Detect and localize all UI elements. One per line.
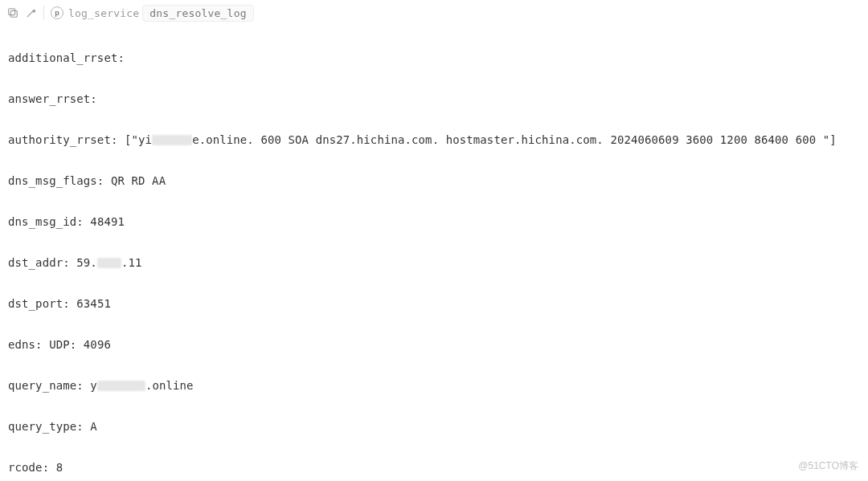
field-label: dst_addr: <box>8 256 70 269</box>
field-label: query_name: <box>8 379 84 392</box>
source-icon[interactable]: p <box>51 6 63 19</box>
log-body: additional_rrset: answer_rrset: authorit… <box>0 24 868 481</box>
field-value: 63451 <box>76 297 111 310</box>
svg-line-2 <box>27 10 33 17</box>
log-row: edns: UDP: 4096 <box>8 335 862 356</box>
field-label: answer_rrset: <box>8 92 97 105</box>
log-row: query_name: y.online <box>8 376 862 397</box>
log-row: dst_port: 63451 <box>8 294 862 315</box>
field-value: y.online <box>90 379 193 392</box>
field-label: dns_msg_flags: <box>8 174 104 187</box>
toolbar-divider <box>43 6 44 20</box>
log-row: authority_rrset: ["yie.online. 600 SOA d… <box>8 130 862 151</box>
field-value: 59..11 <box>76 256 141 269</box>
field-label: edns: <box>8 338 43 351</box>
redacted <box>97 381 145 391</box>
field-value: 8 <box>56 461 63 474</box>
field-value: 48491 <box>90 215 125 228</box>
field-label: query_type: <box>8 420 84 433</box>
log-row: additional_rrset: <box>8 48 862 69</box>
copy-icon[interactable] <box>6 6 19 19</box>
field-label: dst_port: <box>8 297 70 310</box>
redacted <box>97 258 121 268</box>
field-label: additional_rrset: <box>8 51 125 64</box>
breadcrumb-item[interactable]: log_service <box>68 7 139 19</box>
field-value: ["yie.online. 600 SOA dns27.hichina.com.… <box>125 133 837 146</box>
log-row: dns_msg_id: 48491 <box>8 212 862 233</box>
field-label: rcode: <box>8 461 49 474</box>
log-row: query_type: A <box>8 417 862 438</box>
watermark: @51CTO博客 <box>798 459 858 473</box>
svg-rect-1 <box>9 9 15 15</box>
svg-rect-0 <box>10 10 17 17</box>
field-value: A <box>90 420 97 433</box>
redacted <box>152 135 192 145</box>
breadcrumb: log_service dns_resolve_log <box>68 5 254 22</box>
log-row: dns_msg_flags: QR RD AA <box>8 171 862 192</box>
breadcrumb-item-current[interactable]: dns_resolve_log <box>142 5 253 22</box>
field-value: UDP: 4096 <box>49 338 111 351</box>
magic-wand-icon[interactable] <box>24 6 37 19</box>
field-label: dns_msg_id: <box>8 215 84 228</box>
toolbar: p log_service dns_resolve_log <box>0 0 868 24</box>
log-row: rcode: 8 <box>8 458 862 479</box>
field-value: QR RD AA <box>111 174 166 187</box>
field-label: authority_rrset: <box>8 133 117 146</box>
log-row: answer_rrset: <box>8 89 862 110</box>
log-row: dst_addr: 59..11 <box>8 253 862 274</box>
